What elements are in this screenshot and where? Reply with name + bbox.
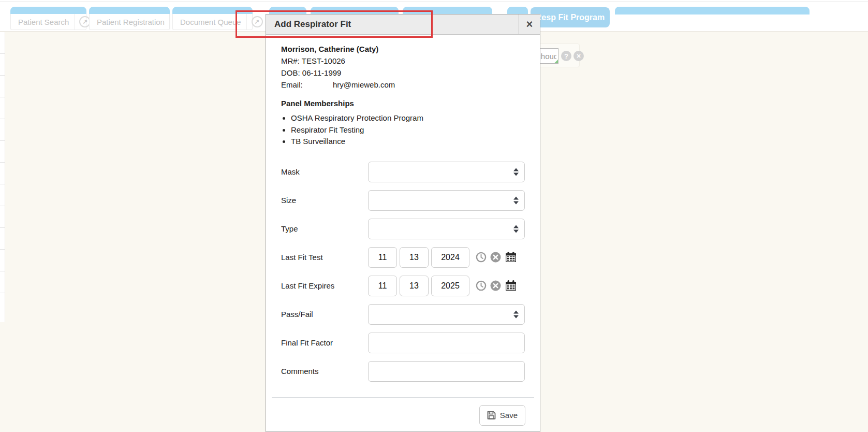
patient-dob: DOB: 06-11-1999 [281,67,525,79]
type-row: Type [281,219,525,239]
calendar-icon[interactable] [505,251,517,263]
patient-email-row: Email:hry@mieweb.com [281,79,525,91]
pass-fail-select[interactable] [368,304,525,325]
calendar-icon[interactable] [505,280,517,292]
comments-row: Comments [281,361,525,382]
tab-top-bar [172,7,253,14]
tab-label: Document Queue [180,18,241,26]
last-fit-test-row: Last Fit Test [281,247,525,268]
top-hairline [0,2,868,2]
last-fit-expires-year-input[interactable] [431,276,469,296]
final-fit-factor-input[interactable] [368,333,525,353]
type-label: Type [281,224,368,233]
patient-mr: MR#: TEST-10026 [281,55,525,67]
mask-label: Mask [281,167,368,176]
hidden-tab-top[interactable] [507,7,528,15]
open-in-new-icon[interactable]: ↗ [252,16,263,27]
email-label: Email: [281,79,333,91]
dialog-header: Add Respirator Fit × [266,15,540,35]
resp-fit-program-button[interactable]: Resp Fit Program [531,7,610,27]
last-fit-expires-month-input[interactable] [368,276,397,296]
tab-patient-registration[interactable]: Patient Registration ↗ [89,7,170,30]
pass-fail-label: Pass/Fail [281,310,368,319]
clock-icon[interactable] [476,280,487,291]
panel-memberships-list: OSHA Respiratory Protection Program Resp… [291,112,525,148]
last-fit-expires-day-input[interactable] [400,276,429,296]
size-label: Size [281,196,368,205]
tab-document-queue[interactable]: Document Queue ↗ [172,7,253,30]
pass-fail-row: Pass/Fail [281,304,525,325]
last-fit-test-month-input[interactable] [368,247,397,268]
last-fit-test-day-input[interactable] [400,247,429,268]
panel-membership-item: TB Surveillance [291,136,525,148]
panel-memberships-heading: Panel Memberships [281,98,525,109]
save-button[interactable]: Save [479,405,525,426]
mask-select[interactable] [368,162,525,182]
type-select[interactable] [368,219,525,239]
select-arrows-icon [513,168,519,176]
tab-label: Patient Registration [97,18,165,26]
hidden-tab-top[interactable] [403,7,492,15]
hidden-tab-top[interactable] [269,7,306,15]
email-value: hry@mieweb.com [333,80,395,89]
last-fit-test-year-input[interactable] [431,247,469,268]
comments-label: Comments [281,367,368,376]
clear-icon[interactable]: × [573,51,584,61]
size-select[interactable] [368,190,525,211]
tab-patient-search[interactable]: Patient Search ↗ [10,7,86,30]
tab-top-bar [10,7,86,14]
final-fit-factor-row: Final Fit Factor [281,333,525,353]
hidden-tab-top[interactable] [311,7,399,15]
last-fit-expires-row: Last Fit Expires [281,276,525,296]
size-row: Size [281,190,525,211]
comments-input[interactable] [368,361,525,382]
save-icon [487,411,496,420]
tab-label: Patient Search [18,18,69,26]
last-fit-expires-label: Last Fit Expires [281,281,368,290]
save-button-label: Save [500,411,518,420]
close-icon[interactable]: × [519,15,540,34]
panel-membership-item: OSHA Respiratory Protection Program [291,112,525,124]
last-fit-test-label: Last Fit Test [281,253,368,262]
hidden-tab-top[interactable] [615,7,810,15]
patient-name: Morrison, Catherine (Caty) [281,44,525,55]
select-arrows-icon [513,310,519,318]
clear-date-icon[interactable] [490,252,501,263]
add-respirator-fit-dialog: Add Respirator Fit × Morrison, Catherine… [266,14,540,432]
panel-membership-item: Respirator Fit Testing [291,124,525,136]
select-arrows-icon [513,225,519,233]
resize-handle-icon [554,60,558,63]
mask-row: Mask [281,162,525,182]
clear-date-icon[interactable] [490,280,501,291]
footer-divider [272,397,534,398]
select-arrows-icon [513,196,519,204]
dialog-title: Add Respirator Fit [266,19,351,30]
help-icon[interactable]: ? [561,51,571,61]
tab-top-bar [89,7,170,14]
final-fit-factor-label: Final Fit Factor [281,338,368,347]
left-edge-strip [0,32,5,322]
clock-icon[interactable] [476,252,487,263]
